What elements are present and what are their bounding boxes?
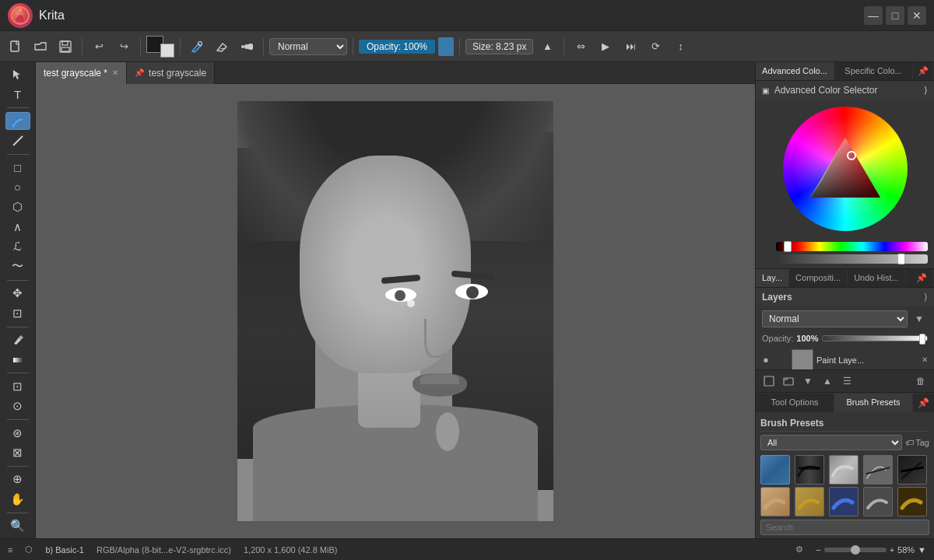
tool-hand[interactable]: ✋ [5, 490, 30, 509]
tool-calligraphy[interactable]: ℒ [5, 238, 30, 257]
tool-freehand-path[interactable]: 〜 [5, 257, 30, 276]
redo-button[interactable]: ↪ [113, 36, 135, 58]
window-controls[interactable]: — □ ✕ [864, 6, 926, 25]
color-swatches[interactable] [146, 36, 174, 58]
canvas-drawing[interactable] [237, 101, 553, 521]
tool-freehand-brush[interactable] [5, 112, 30, 131]
tool-transform[interactable]: T [5, 86, 30, 104]
brush-thumb-7[interactable] [829, 487, 859, 516]
close-button[interactable]: ✕ [908, 6, 926, 25]
layer-group-button[interactable] [780, 373, 797, 390]
layer-move-down-button[interactable]: ▼ [799, 373, 816, 390]
minimize-button[interactable]: — [864, 6, 883, 25]
layer-lock-0[interactable] [776, 354, 788, 366]
brush-search-input[interactable] [760, 520, 929, 535]
play-button[interactable]: ▶ [595, 36, 616, 58]
layers-tab-compositing[interactable]: Compositi... [789, 269, 848, 287]
undo-button[interactable]: ↩ [88, 36, 110, 58]
layer-blend-options[interactable]: ▼ [911, 310, 928, 327]
zoom-track[interactable] [824, 548, 887, 552]
status-toggle[interactable]: ≡ [8, 545, 12, 555]
eraser-button[interactable] [211, 36, 233, 58]
brush-thumb-0[interactable] [760, 455, 790, 485]
layers-tab-layers[interactable]: Lay... [756, 269, 789, 287]
flip-horizontal-button[interactable]: ⇔ [570, 36, 592, 58]
zoom-in-icon[interactable]: + [890, 545, 894, 555]
sat-track[interactable] [776, 254, 928, 264]
flip-vertical-button[interactable]: ↕ [669, 36, 691, 58]
brush-panel-pin[interactable]: 📌 [913, 394, 934, 412]
tool-select-ellipse[interactable]: ⊙ [5, 397, 30, 416]
canvas-tab-close[interactable]: ✕ [112, 68, 118, 77]
layer-options-button[interactable]: ☰ [838, 373, 855, 390]
color-wheel[interactable] [783, 107, 908, 231]
canvas-tab-0[interactable]: test grayscale * ✕ [36, 62, 127, 84]
brush-filter-select[interactable]: All Basic Texture [760, 435, 902, 450]
tool-select[interactable] [5, 65, 30, 84]
color-tab-advanced[interactable]: Advanced Colo... [756, 62, 834, 80]
layer-action-0[interactable]: ✕ [918, 354, 931, 366]
tool-move[interactable]: ✥ [5, 284, 30, 303]
layer-add-button[interactable] [760, 373, 778, 390]
tool-contiguous-sel[interactable]: ⊠ [5, 443, 30, 462]
brush-thumb-8[interactable] [863, 487, 893, 516]
color-panel-pin[interactable]: 📌 [913, 62, 934, 80]
tool-freehand-line[interactable] [5, 131, 30, 150]
zoom-options[interactable]: ▼ [918, 545, 926, 555]
stroke-options-button[interactable] [236, 36, 258, 58]
opacity-color-preview[interactable] [438, 37, 454, 56]
canvas-tab-1[interactable]: 📌 test grayscale [127, 62, 215, 84]
status-color-space: RGB/Alpha (8-bit...e-V2-srgbtrc.icc) [97, 545, 231, 555]
brush-thumb-2[interactable] [829, 455, 859, 485]
hue-thumb[interactable] [784, 241, 792, 252]
new-button[interactable] [5, 36, 26, 58]
layer-blend-select[interactable]: NormalMultiplyScreen [762, 310, 908, 327]
canvas-container[interactable] [36, 84, 755, 538]
open-button[interactable] [30, 36, 51, 58]
brush-settings-button[interactable] [186, 36, 208, 58]
tool-shape-ellipse[interactable]: ○ [5, 178, 30, 197]
layers-panel-pin[interactable]: 📌 [910, 269, 934, 287]
color-wheel-container[interactable] [756, 100, 934, 237]
tool-polygon[interactable]: ⬡ [5, 198, 30, 217]
tool-polyline[interactable]: ∧ [5, 218, 30, 236]
background-color[interactable] [160, 44, 174, 58]
tool-multibrush[interactable]: ⊕ [5, 471, 30, 489]
sat-thumb[interactable] [897, 254, 905, 264]
size-up-button[interactable]: ▲ [536, 36, 558, 58]
opacity-thumb[interactable] [919, 334, 925, 345]
tab-brush-presets[interactable]: Brush Presets [834, 394, 913, 412]
tool-smart-patch[interactable]: ⊛ [5, 424, 30, 443]
opacity-track[interactable] [822, 335, 929, 341]
zoom-thumb[interactable] [851, 545, 860, 555]
zoom-out-icon[interactable]: − [816, 545, 820, 555]
tool-crop[interactable]: ⊡ [5, 304, 30, 323]
layer-move-up-button[interactable]: ▲ [819, 373, 836, 390]
color-panel-expand[interactable]: ⟩ [924, 85, 928, 96]
brush-thumb-5[interactable] [760, 487, 790, 516]
brush-thumb-3[interactable] [863, 455, 893, 485]
color-triangle[interactable] [806, 134, 884, 204]
color-tab-specific[interactable]: Specific Colo... [834, 62, 913, 80]
skip-button[interactable]: ⏭ [620, 36, 641, 58]
layer-visibility-0[interactable]: ● [759, 353, 773, 367]
rotate-button[interactable]: ⟳ [644, 36, 666, 58]
maximize-button[interactable]: □ [886, 6, 904, 25]
tool-gradient[interactable] [5, 351, 30, 369]
brush-thumb-9[interactable] [897, 487, 927, 516]
tab-tool-options[interactable]: Tool Options [756, 394, 834, 412]
brush-thumb-4[interactable] [897, 455, 927, 485]
brush-thumb-1[interactable] [795, 455, 824, 485]
save-button[interactable] [54, 36, 76, 58]
tool-select-rect[interactable]: ⊡ [5, 377, 30, 396]
blend-mode-select[interactable]: Normal Multiply Screen Overlay [269, 38, 347, 55]
tool-shape-rect[interactable]: □ [5, 159, 30, 177]
layer-delete-button[interactable]: 🗑 [912, 373, 929, 390]
layers-expand[interactable]: ⟩ [924, 292, 928, 303]
tool-zoom[interactable]: 🔍 [5, 516, 30, 535]
layer-item-0[interactable]: ● Paint Laye... ✕ [756, 346, 934, 369]
hue-track[interactable] [776, 242, 928, 251]
brush-thumb-6[interactable] [795, 487, 824, 516]
layers-tab-history[interactable]: Undo Hist... [848, 269, 905, 287]
tool-color-picker[interactable] [5, 331, 30, 349]
